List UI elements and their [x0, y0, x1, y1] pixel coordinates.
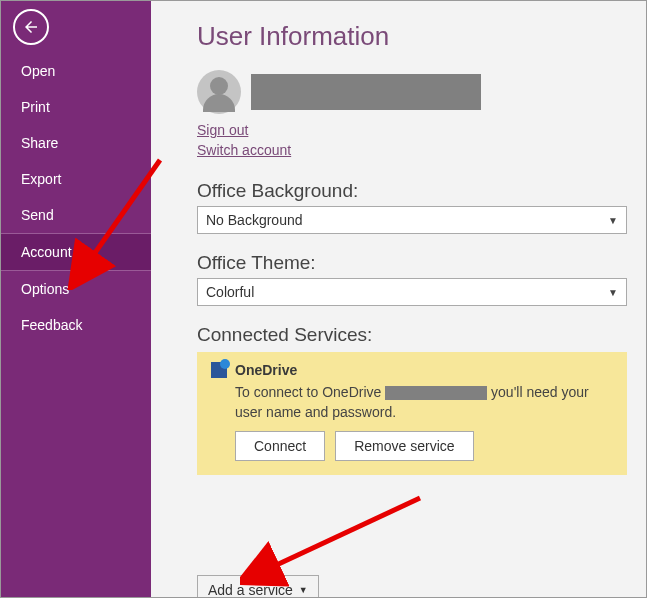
- office-theme-label: Office Theme:: [197, 252, 620, 274]
- office-background-dropdown[interactable]: No Background ▼: [197, 206, 627, 234]
- sidebar-item-label: Export: [21, 171, 61, 187]
- service-header: OneDrive: [211, 362, 613, 378]
- arrow-left-icon: [22, 18, 40, 36]
- sidebar: Open Print Share Export Send Account Opt…: [1, 1, 151, 597]
- sidebar-item-label: Account: [21, 244, 72, 260]
- onedrive-icon: [211, 362, 227, 378]
- user-name-redacted: [251, 74, 481, 110]
- page-title: User Information: [197, 21, 620, 52]
- sidebar-item-label: Options: [21, 281, 69, 297]
- connected-services-label: Connected Services:: [197, 324, 620, 346]
- sidebar-item-open[interactable]: Open: [1, 53, 151, 89]
- sidebar-item-export[interactable]: Export: [1, 161, 151, 197]
- switch-account-link[interactable]: Switch account: [197, 142, 291, 158]
- sidebar-item-options[interactable]: Options: [1, 271, 151, 307]
- remove-service-button[interactable]: Remove service: [335, 431, 473, 461]
- connected-services-box: OneDrive To connect to OneDrive you'll n…: [197, 352, 627, 475]
- chevron-down-icon: ▼: [299, 585, 308, 595]
- sign-out-link[interactable]: Sign out: [197, 122, 248, 138]
- sidebar-item-account[interactable]: Account: [1, 233, 151, 271]
- office-theme-dropdown[interactable]: Colorful ▼: [197, 278, 627, 306]
- connect-button[interactable]: Connect: [235, 431, 325, 461]
- service-description: To connect to OneDrive you'll need your …: [235, 382, 613, 423]
- back-button[interactable]: [13, 9, 49, 45]
- add-service-button[interactable]: Add a service ▼: [197, 575, 319, 597]
- sidebar-item-label: Share: [21, 135, 58, 151]
- service-title: OneDrive: [235, 362, 297, 378]
- redacted-text: [385, 386, 487, 400]
- sidebar-item-send[interactable]: Send: [1, 197, 151, 233]
- dropdown-value: No Background: [206, 212, 303, 228]
- add-service-label: Add a service: [208, 582, 293, 597]
- sidebar-item-print[interactable]: Print: [1, 89, 151, 125]
- sidebar-item-label: Feedback: [21, 317, 82, 333]
- dropdown-value: Colorful: [206, 284, 254, 300]
- main-content: User Information Sign out Switch account…: [151, 1, 646, 597]
- chevron-down-icon: ▼: [608, 215, 618, 226]
- sidebar-item-label: Print: [21, 99, 50, 115]
- sidebar-item-share[interactable]: Share: [1, 125, 151, 161]
- user-row: [197, 70, 620, 114]
- sidebar-item-feedback[interactable]: Feedback: [1, 307, 151, 343]
- sidebar-item-label: Send: [21, 207, 54, 223]
- avatar-icon: [197, 70, 241, 114]
- chevron-down-icon: ▼: [608, 287, 618, 298]
- sidebar-item-label: Open: [21, 63, 55, 79]
- office-background-label: Office Background:: [197, 180, 620, 202]
